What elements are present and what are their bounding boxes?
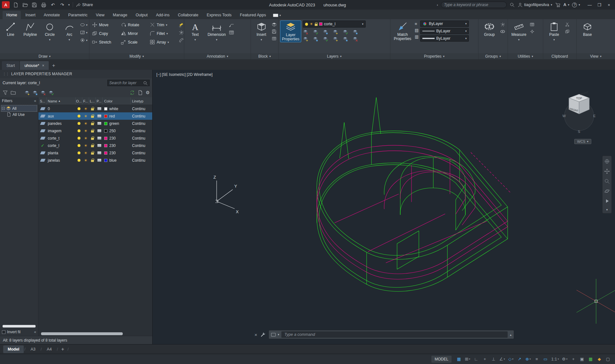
ribbon-tab[interactable]: Annotate	[40, 11, 64, 19]
customize-plus-icon[interactable]: + ▾	[569, 356, 577, 363]
layer-row[interactable]: ✓ janelas ☀ blue Continu	[38, 157, 152, 164]
panel-label-view[interactable]: View▾	[577, 53, 615, 59]
close-tab-icon[interactable]: ×	[42, 63, 44, 68]
layer-lock-toggle-icon[interactable]	[91, 145, 94, 147]
layer-walk-icon[interactable]	[353, 29, 358, 35]
layer-search-input[interactable]	[109, 81, 142, 85]
zoom-icon[interactable]	[604, 178, 610, 184]
close-command-line-icon[interactable]: ×	[254, 332, 257, 337]
layer-plot-toggle-icon[interactable]	[97, 129, 101, 132]
copy-clip-button[interactable]	[565, 29, 570, 34]
undo-button[interactable]: ↶	[50, 2, 56, 8]
layer-plot-toggle-icon[interactable]	[97, 137, 101, 140]
layer-name[interactable]: aux	[47, 114, 76, 118]
layer-color[interactable]: red	[103, 114, 131, 118]
qat-menu-caret-icon[interactable]: ▾	[68, 3, 70, 6]
graphics-performance-icon[interactable]: ▦ ▾	[587, 356, 594, 363]
new-group-filter-icon[interactable]	[11, 90, 16, 95]
layer-name[interactable]: planta	[47, 151, 76, 155]
layer-on-toggle-icon[interactable]	[78, 107, 80, 110]
layer-freeze-toggle-icon[interactable]: ☀	[84, 122, 87, 125]
polar-tracking-icon[interactable]: ∠ ▾	[498, 356, 506, 363]
new-layer-vp-frozen-icon[interactable]	[32, 90, 38, 95]
lineweight-dropdown[interactable]: ByLayer ▾	[420, 35, 469, 42]
layer-linetype[interactable]: Continu	[131, 136, 152, 141]
dynamic-input-icon[interactable]: + ▾	[481, 356, 489, 363]
new-layer-icon[interactable]	[24, 90, 30, 95]
paste-button[interactable]: Paste▾	[545, 20, 563, 42]
donut-button[interactable]: ▾	[80, 37, 87, 43]
ribbon-tab[interactable]: Output	[132, 11, 152, 19]
layer-unisolate-icon[interactable]	[313, 36, 318, 42]
user-account-button[interactable]: tiagofilipesilva ▾	[518, 2, 552, 7]
layer-row[interactable]: ✓ imagem ☀ 250 Continu	[38, 127, 152, 134]
delete-layer-icon[interactable]	[40, 90, 46, 95]
layer-search-box[interactable]	[107, 80, 150, 86]
layer-color[interactable]: blue	[103, 158, 131, 163]
copy-button[interactable]: Copy	[91, 29, 119, 38]
compass-east[interactable]: E	[593, 114, 595, 118]
layer-color[interactable]: 250	[103, 129, 131, 133]
panel-label-clipboard[interactable]: Clipboard	[543, 53, 576, 59]
new-layout-button[interactable]: +	[59, 345, 67, 353]
annotation-monitor-icon[interactable]: ◆ ▾	[595, 356, 603, 363]
block-attributes-button[interactable]	[272, 36, 277, 41]
close-button[interactable]: ×	[604, 1, 614, 9]
tree-hscrollbar[interactable]	[3, 325, 36, 328]
table-button[interactable]	[229, 30, 234, 35]
id-point-button[interactable]	[530, 29, 535, 34]
wcs-menu[interactable]: WCS ▾	[574, 139, 591, 144]
ribbon-tab[interactable]: Insert	[21, 11, 39, 19]
layer-lock-toggle-icon[interactable]	[91, 152, 94, 155]
properties-list-icon[interactable]: ≡	[415, 21, 419, 26]
model-space-button[interactable]: MODEL	[431, 356, 452, 363]
filter-all[interactable]: − All	[1, 105, 37, 111]
chevron-right-icon[interactable]: ›	[437, 3, 438, 7]
array-button[interactable]: Array▾	[149, 38, 177, 46]
autodesk-apps-button[interactable]: A▾	[563, 3, 569, 7]
layer-freeze-toggle-icon[interactable]: ☀	[84, 136, 87, 140]
layer-color[interactable]: 230	[103, 143, 131, 148]
ribbon-tab[interactable]: Add-ins	[152, 11, 173, 19]
column-name[interactable]: Name▲	[47, 97, 76, 105]
layer-row[interactable]: ✓ corte_t ☀ 230 Continu	[38, 134, 152, 142]
layer-color[interactable]: 230	[103, 151, 131, 155]
panel-label-properties[interactable]: Properties▾	[390, 53, 478, 59]
filter-all-used[interactable]: All Use	[6, 111, 37, 117]
panel-label-annotation[interactable]: Annotation▾	[184, 53, 251, 59]
new-file-button[interactable]	[12, 2, 19, 8]
layer-lock-toggle-icon[interactable]	[91, 108, 94, 110]
drawing-canvas[interactable]: [−] [SE Isometric] [2D Wireframe] W S E …	[153, 70, 615, 344]
rotate-button[interactable]: Rotate	[120, 20, 148, 29]
layer-color[interactable]: white	[103, 107, 131, 111]
new-tab-button[interactable]: +	[49, 61, 58, 70]
properties-table-icon[interactable]: ▤	[415, 28, 419, 33]
search-icon[interactable]	[510, 2, 515, 7]
ribbon-tab[interactable]: Express Tools	[203, 11, 236, 19]
layer-freeze-toggle-icon[interactable]: ☀	[84, 158, 87, 162]
collapse-invert-icon[interactable]: «	[34, 330, 36, 334]
layer-lock-toggle-icon[interactable]	[91, 116, 94, 118]
collapse-filters-icon[interactable]: «	[34, 99, 36, 103]
move-button[interactable]: Move	[91, 20, 119, 29]
multileader-button[interactable]	[229, 22, 234, 28]
ribbon-tab[interactable]: Manage	[109, 11, 131, 19]
column-linetype[interactable]: Linetyp	[131, 97, 152, 105]
polyline-button[interactable]: Polyline	[21, 20, 39, 37]
layer-name[interactable]: corte_t	[47, 136, 76, 141]
layer-on-toggle-icon[interactable]	[78, 144, 80, 147]
command-history-icon[interactable]: ▴	[510, 333, 511, 336]
file-tab[interactable]: uhouse* ×	[20, 61, 49, 70]
layer-merge-icon[interactable]	[343, 36, 348, 42]
layer-plot-toggle-icon[interactable]	[97, 122, 101, 125]
layer-delete-icon[interactable]	[353, 36, 358, 42]
isodraft-icon[interactable]: ◇ ▾	[507, 356, 515, 363]
compass-west[interactable]: W	[562, 114, 566, 118]
snap-icon[interactable]: ⊞ ▾	[464, 356, 471, 363]
properties-grid-icon[interactable]: ▥	[415, 34, 419, 39]
match-properties-button[interactable]: Match Properties	[392, 20, 413, 41]
help-search-box[interactable]	[441, 2, 507, 8]
steering-wheel-icon[interactable]	[604, 158, 610, 164]
layer-name[interactable]: corte_l	[47, 143, 76, 148]
ribbon-display-toggle[interactable]: ▾	[273, 14, 281, 17]
